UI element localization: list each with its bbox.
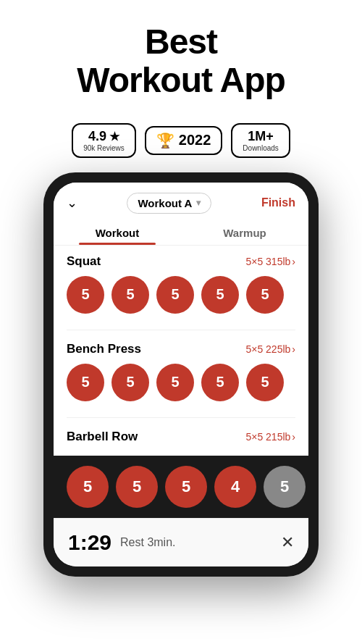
award-badge: 🏆 2022 xyxy=(145,126,223,155)
active-set-bar: 5 5 5 4 5 xyxy=(54,456,308,518)
barbell-header: Barbell Row 5×5 215lb › xyxy=(67,430,295,444)
bench-header: Bench Press 5×5 225lb › xyxy=(67,342,295,356)
barbell-set-4[interactable]: 4 xyxy=(214,466,256,508)
divider-2 xyxy=(67,417,295,418)
squat-info[interactable]: 5×5 315lb › xyxy=(245,256,295,267)
phone-frame: ⌄ Workout A ▾ Finish Workout Warmup xyxy=(43,172,319,577)
barbell-row-section: Barbell Row 5×5 215lb › xyxy=(54,421,308,456)
barbell-set-5[interactable]: 5 xyxy=(264,466,306,508)
barbell-set-3[interactable]: 5 xyxy=(165,466,207,508)
phone-wrapper: ⌄ Workout A ▾ Finish Workout Warmup xyxy=(29,172,333,577)
timer-label: Rest 3min. xyxy=(120,536,175,549)
header-section: Best Workout App xyxy=(0,0,362,112)
squat-arrow-icon: › xyxy=(292,256,295,267)
finish-button[interactable]: Finish xyxy=(261,196,295,209)
bench-sets: 5 5 5 5 5 xyxy=(67,364,295,401)
badges-row: 4.9★ 90k Reviews 🏆 2022 1M+ Downloads xyxy=(72,123,290,158)
barbell-sets: 5 5 5 4 5 xyxy=(67,466,295,508)
bench-press-section: Bench Press 5×5 225lb › 5 5 5 5 5 xyxy=(54,333,308,414)
barbell-set-2[interactable]: 5 xyxy=(116,466,158,508)
squat-set-1[interactable]: 5 xyxy=(67,276,104,314)
bench-arrow-icon: › xyxy=(292,343,295,355)
rating-value: 4.9★ xyxy=(88,129,119,144)
timer-display: 1:29 xyxy=(68,530,111,555)
rest-timer-bar: 1:29 Rest 3min. ✕ xyxy=(54,518,308,566)
squat-set-4[interactable]: 5 xyxy=(201,276,239,314)
workout-name-label: Workout A xyxy=(138,197,192,209)
award-value: 🏆 2022 xyxy=(156,132,211,149)
bench-info[interactable]: 5×5 225lb › xyxy=(245,343,295,355)
chevron-down-icon[interactable]: ⌄ xyxy=(67,195,77,211)
squat-set-5[interactable]: 5 xyxy=(246,276,284,314)
squat-set-3[interactable]: 5 xyxy=(156,276,194,314)
squat-section: Squat 5×5 315lb › 5 5 5 5 5 xyxy=(54,246,308,327)
downloads-value: 1M+ xyxy=(248,129,274,144)
barbell-arrow-icon: › xyxy=(292,431,295,443)
workout-name-pill[interactable]: Workout A ▾ xyxy=(127,193,211,214)
barbell-name: Barbell Row xyxy=(67,430,138,444)
bench-set-2[interactable]: 5 xyxy=(111,364,149,401)
bench-set-1[interactable]: 5 xyxy=(67,364,104,401)
timer-left: 1:29 Rest 3min. xyxy=(68,530,176,555)
trophy-icon: 🏆 xyxy=(156,132,174,149)
app-title: Best Workout App xyxy=(17,23,345,100)
dropdown-arrow-icon: ▾ xyxy=(196,198,201,208)
title-line2: Workout App xyxy=(77,61,285,99)
star-icon: ★ xyxy=(109,130,119,143)
downloads-sub: Downloads xyxy=(243,144,278,152)
squat-sets: 5 5 5 5 5 xyxy=(67,276,295,314)
phone-screen: ⌄ Workout A ▾ Finish Workout Warmup xyxy=(54,183,308,566)
rating-badge: 4.9★ 90k Reviews xyxy=(72,123,136,158)
bench-name: Bench Press xyxy=(67,342,141,356)
bench-set-5[interactable]: 5 xyxy=(246,364,284,401)
app-header: ⌄ Workout A ▾ Finish xyxy=(54,183,308,219)
bench-set-4[interactable]: 5 xyxy=(201,364,239,401)
award-year: 2022 xyxy=(179,132,211,149)
tab-warmup[interactable]: Warmup xyxy=(181,219,308,245)
barbell-set-1[interactable]: 5 xyxy=(67,466,109,508)
close-timer-button[interactable]: ✕ xyxy=(281,533,294,552)
tab-workout[interactable]: Workout xyxy=(54,219,181,245)
squat-set-2[interactable]: 5 xyxy=(111,276,149,314)
bench-set-3[interactable]: 5 xyxy=(156,364,194,401)
squat-header: Squat 5×5 315lb › xyxy=(67,254,295,269)
squat-name: Squat xyxy=(67,254,101,269)
barbell-info[interactable]: 5×5 215lb › xyxy=(245,431,295,443)
tabs-bar: Workout Warmup xyxy=(54,219,308,246)
rating-sub: 90k Reviews xyxy=(83,144,125,152)
divider-1 xyxy=(67,330,295,330)
downloads-badge: 1M+ Downloads xyxy=(231,123,290,158)
title-line1: Best xyxy=(145,22,217,61)
